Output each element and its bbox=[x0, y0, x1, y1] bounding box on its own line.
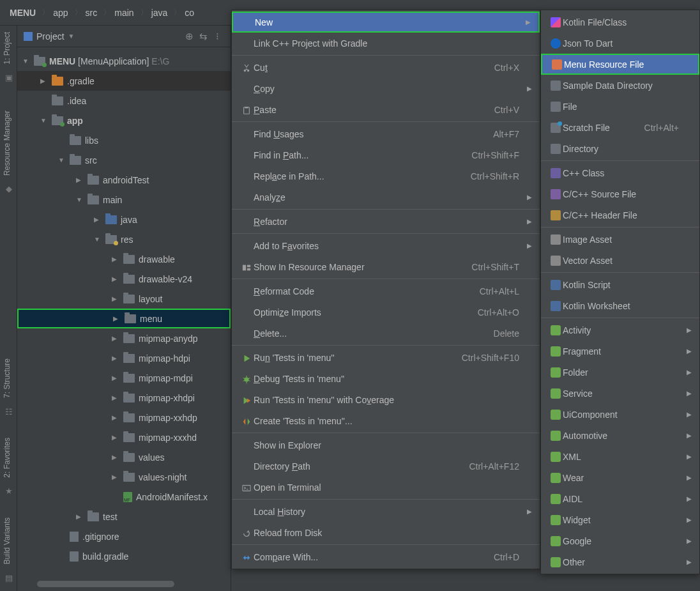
tree-item-main[interactable]: main bbox=[17, 190, 231, 210]
submenu-item-file[interactable]: File bbox=[541, 96, 699, 117]
submenu-item-c-c-header-file[interactable]: C/C++ Header File bbox=[541, 204, 699, 226]
submenu-item-fragment[interactable]: Fragment bbox=[541, 341, 699, 362]
submenu-item-service[interactable]: Service bbox=[541, 383, 699, 404]
settings-icon[interactable]: ⁝ bbox=[210, 31, 224, 42]
tree-item-drawable[interactable]: drawable bbox=[17, 249, 231, 269]
chevron-down-icon[interactable] bbox=[58, 157, 67, 164]
submenu-item-kotlin-script[interactable]: Kotlin Script bbox=[541, 274, 699, 295]
tree-item-test[interactable]: test bbox=[17, 507, 231, 526]
resource-icon[interactable]: ◆ bbox=[0, 182, 17, 196]
tree-item-menu[interactable]: MENU [MenuApplication] E:\G bbox=[17, 51, 231, 71]
menu-item--delete-[interactable]: Delete...Delete bbox=[232, 323, 540, 344]
submenu-item-kotlin-worksheet[interactable]: Kotlin Worksheet bbox=[541, 295, 699, 316]
menu-item--copy[interactable]: Copy bbox=[232, 78, 540, 99]
submenu-item-aidl[interactable]: AIDL bbox=[541, 488, 699, 509]
chevron-right-icon[interactable] bbox=[112, 256, 121, 263]
tree-item-menu[interactable]: menu bbox=[17, 309, 231, 328]
tree-item-src[interactable]: src bbox=[17, 150, 231, 170]
tree-item-androidtest[interactable]: androidTest bbox=[17, 170, 231, 190]
tool-project[interactable]: 1: Project bbox=[0, 26, 17, 71]
build-icon[interactable]: ▤ bbox=[0, 571, 17, 585]
tree-item-mipmap-anydp[interactable]: mipmap-anydp bbox=[17, 328, 231, 348]
chevron-right-icon[interactable] bbox=[94, 216, 103, 223]
submenu-item-vector-asset[interactable]: Vector Asset bbox=[541, 250, 699, 271]
tree-item-values-night[interactable]: values-night bbox=[17, 467, 231, 487]
tree-item-res[interactable]: res bbox=[17, 229, 231, 249]
menu-item-reload-from-disk[interactable]: Reload from Disk bbox=[232, 522, 540, 543]
tree-item-mipmap-hdpi[interactable]: mipmap-hdpi bbox=[17, 348, 231, 368]
submenu-item-json-to-dart[interactable]: Json To Dart bbox=[541, 33, 699, 54]
breadcrumb-root[interactable]: MENU bbox=[10, 8, 36, 18]
menu-item-add-to-f-avorites[interactable]: Add to Favorites bbox=[232, 235, 540, 256]
submenu-item-c-class[interactable]: C++ Class bbox=[541, 162, 699, 183]
submenu-item-activity[interactable]: Activity bbox=[541, 319, 699, 341]
breadcrumb-item[interactable]: main bbox=[114, 8, 133, 18]
menu-item-optimi-ze-imports[interactable]: Optimize ImportsCtrl+Alt+O bbox=[232, 302, 540, 323]
menu-item-create-tests-in-menu-[interactable]: Create 'Tests in 'menu''... bbox=[232, 410, 540, 431]
menu-item-find-usages[interactable]: Find UsagesAlt+F7 bbox=[232, 123, 540, 144]
submenu-item-directory[interactable]: Directory bbox=[541, 138, 699, 159]
menu-item-find-in-path-[interactable]: Find in Path...Ctrl+Shift+F bbox=[232, 144, 540, 165]
submenu-item-menu-resource-file[interactable]: Menu Resource File bbox=[541, 54, 699, 75]
chevron-down-icon[interactable] bbox=[22, 58, 31, 65]
menu-item--refactor[interactable]: Refactor bbox=[232, 211, 540, 232]
scrollbar-thumb[interactable] bbox=[37, 581, 174, 587]
tree-item-mipmap-xhdpi[interactable]: mipmap-xhdpi bbox=[17, 388, 231, 408]
menu-item-run-tests-in-menu-with-co-verage[interactable]: Run 'Tests in 'menu'' with Coverage bbox=[232, 389, 540, 410]
tree-item-mipmap-xxxhd[interactable]: mipmap-xxxhd bbox=[17, 427, 231, 447]
submenu-item-scratch-file[interactable]: Scratch FileCtrl+Alt+ bbox=[541, 117, 699, 138]
chevron-right-icon[interactable] bbox=[112, 335, 121, 342]
chevron-right-icon[interactable] bbox=[76, 176, 85, 183]
menu-item-repl-ace-in-path-[interactable]: Replace in Path...Ctrl+Shift+R bbox=[232, 165, 540, 187]
submenu-item-automotive[interactable]: Automotive bbox=[541, 425, 699, 446]
tree-item-androidmanifest-x[interactable]: AndroidManifest.x bbox=[17, 487, 231, 507]
star-icon[interactable]: ★ bbox=[0, 484, 17, 498]
tool-resource-manager[interactable]: Resource Manager bbox=[0, 104, 17, 182]
submenu-item-uicomponent[interactable]: UiComponent bbox=[541, 404, 699, 425]
menu-item--debug-tests-in-menu-[interactable]: Debug 'Tests in 'menu'' bbox=[232, 368, 540, 389]
breadcrumb-item[interactable]: src bbox=[86, 8, 98, 18]
menu-item-com-pare-with-[interactable]: Compare With...Ctrl+D bbox=[232, 546, 540, 567]
chevron-right-icon[interactable] bbox=[40, 77, 49, 84]
chevron-down-icon[interactable] bbox=[40, 117, 49, 124]
menu-item-open-in-terminal[interactable]: Open in Terminal bbox=[232, 477, 540, 498]
tree-item-mipmap-mdpi[interactable]: mipmap-mdpi bbox=[17, 368, 231, 388]
menu-item-link-c-project-with-gradle[interactable]: Link C++ Project with Gradle bbox=[232, 33, 540, 54]
menu-item--reformat-code[interactable]: Reformat CodeCtrl+Alt+L bbox=[232, 280, 540, 302]
chevron-right-icon[interactable] bbox=[113, 315, 122, 322]
tree-item-java[interactable]: java bbox=[17, 210, 231, 229]
submenu-item-widget[interactable]: Widget bbox=[541, 509, 699, 530]
chevron-right-icon[interactable] bbox=[112, 374, 121, 381]
locate-icon[interactable]: ⊕ bbox=[182, 31, 196, 42]
horizontal-scrollbar[interactable] bbox=[34, 581, 231, 587]
chevron-right-icon[interactable] bbox=[112, 473, 121, 480]
project-selector[interactable]: Project ▼ bbox=[24, 31, 74, 42]
submenu-item-sample-data-directory[interactable]: Sample Data Directory bbox=[541, 75, 699, 96]
menu-item-directory-path[interactable]: Directory PathCtrl+Alt+F12 bbox=[232, 456, 540, 477]
chevron-right-icon[interactable] bbox=[112, 394, 121, 401]
tree-item--gradle[interactable]: .gradle bbox=[17, 71, 231, 91]
menu-item-analy-ze[interactable]: Analyze bbox=[232, 187, 540, 208]
tree-item-libs[interactable]: libs bbox=[17, 130, 231, 150]
chevron-right-icon[interactable] bbox=[112, 454, 121, 461]
menu-item-show-in-resource-manager[interactable]: Show In Resource ManagerCtrl+Shift+T bbox=[232, 256, 540, 277]
menu-item-ru-n-tests-in-menu-[interactable]: Run 'Tests in 'menu''Ctrl+Shift+F10 bbox=[232, 347, 540, 368]
chevron-down-icon[interactable] bbox=[94, 236, 103, 243]
tree-item-layout[interactable]: layout bbox=[17, 289, 231, 309]
submenu-item-other[interactable]: Other bbox=[541, 551, 699, 572]
tree-item-drawable-v24[interactable]: drawable-v24 bbox=[17, 269, 231, 289]
menu-item-cu-t[interactable]: CutCtrl+X bbox=[232, 57, 540, 78]
chevron-right-icon[interactable] bbox=[112, 414, 121, 421]
breadcrumb-item[interactable]: java bbox=[151, 8, 168, 18]
chevron-down-icon[interactable] bbox=[76, 196, 85, 203]
breadcrumb-item[interactable]: app bbox=[53, 8, 68, 18]
tool-favorites[interactable]: 2: Favorites bbox=[0, 431, 17, 484]
project-tree[interactable]: MENU [MenuApplication] E:\G.gradle.ideaa… bbox=[17, 47, 231, 591]
chevron-right-icon[interactable] bbox=[112, 434, 121, 441]
tree-item-mipmap-xxhdp[interactable]: mipmap-xxhdp bbox=[17, 408, 231, 427]
chevron-right-icon[interactable] bbox=[112, 275, 121, 282]
structure-icon[interactable]: ☷ bbox=[0, 404, 17, 418]
submenu-item-c-c-source-file[interactable]: C/C++ Source File bbox=[541, 183, 699, 204]
collapse-icon[interactable]: ⇆ bbox=[196, 31, 210, 42]
tree-item-app[interactable]: app bbox=[17, 111, 231, 130]
